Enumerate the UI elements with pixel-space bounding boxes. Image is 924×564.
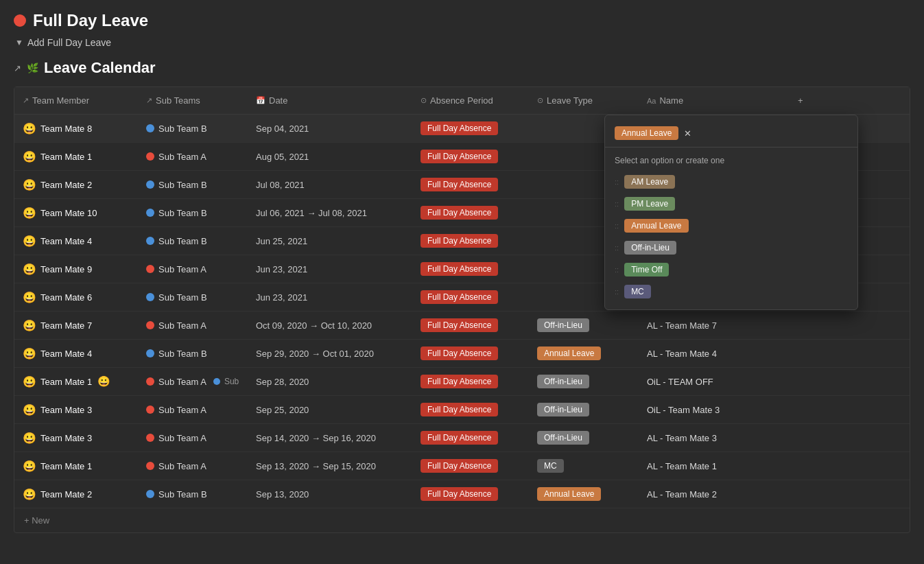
leave-type-badge: Off-in-Lieu bbox=[537, 431, 589, 445]
avatar: 😀 bbox=[23, 488, 36, 501]
absence-badge: Full Day Absence bbox=[420, 459, 498, 473]
td-plus[interactable] bbox=[790, 431, 817, 445]
date-text: Sep 13, 2020 → Sep 15, 2020 bbox=[256, 461, 376, 471]
td-team-member: 😀Team Mate 10 bbox=[14, 200, 138, 226]
avatar: 😀 bbox=[23, 375, 36, 388]
td-sub-team: Sub Team B bbox=[138, 117, 248, 141]
drag-icon: :: bbox=[615, 287, 619, 296]
am-leave-badge: AM Leave bbox=[624, 175, 675, 189]
table-body: 😀 Team Mate 8 Sub Team B Sep 04, 2021 Fu… bbox=[14, 115, 910, 532]
td-absence: Full Day Absence bbox=[412, 255, 529, 283]
calendar-emoji: 🌿 bbox=[27, 62, 38, 73]
td-plus[interactable] bbox=[790, 487, 817, 501]
td-leave-type[interactable]: MC bbox=[529, 452, 639, 480]
td-absence: Full Day Absence bbox=[412, 283, 529, 311]
dropdown-option-annual-leave[interactable]: :: Annual Leave bbox=[605, 215, 857, 237]
td-team-member: 😀Team Mate 1 bbox=[14, 453, 138, 480]
td-leave-type[interactable]: Off-in-Lieu bbox=[529, 424, 639, 451]
leave-type-badge: Annual Leave bbox=[537, 487, 601, 501]
absence-badge: Full Day Absence bbox=[420, 150, 498, 163]
td-absence: Full Day Absence bbox=[412, 368, 529, 395]
td-team-member: 😀Team Mate 4 bbox=[14, 340, 138, 367]
off-in-lieu-badge: Off-in-Lieu bbox=[624, 241, 676, 255]
table-row: 😀Team Mate 2 Sub Team B Sep 13, 2020 Ful… bbox=[14, 480, 910, 508]
team-name: Team Mate 2 bbox=[40, 489, 92, 500]
subteam-name: Sub Team B bbox=[158, 180, 207, 190]
th-circle-icon-2: ⊙ bbox=[537, 96, 543, 105]
avatar: 😀 bbox=[23, 122, 36, 135]
close-dropdown-button[interactable]: ✕ bbox=[684, 128, 691, 139]
date-text: Sep 04, 2021 bbox=[256, 124, 309, 134]
table-wrapper: ↗ Team Member ↗ Sub Teams 📅 Date ⊙ Absen… bbox=[14, 86, 910, 533]
th-plus-icon[interactable]: + bbox=[798, 95, 803, 106]
leave-type-dropdown[interactable]: Annual Leave ✕ Select an option or creat… bbox=[604, 115, 858, 310]
date-text: Jul 08, 2021 bbox=[256, 180, 305, 190]
td-sub-team: Sub Team A Sub bbox=[138, 370, 248, 394]
dropdown-option-am-leave[interactable]: :: AM Leave bbox=[605, 171, 857, 193]
td-leave-type[interactable]: Off-in-Lieu bbox=[529, 396, 639, 423]
leave-type-badge: Annual Leave bbox=[537, 346, 601, 360]
td-leave-type[interactable]: Off-in-Lieu bbox=[529, 368, 639, 395]
td-absence: Full Day Absence bbox=[412, 171, 529, 198]
calendar-title: Leave Calendar bbox=[44, 59, 156, 77]
td-team-member: 😀Team Mate 4 bbox=[14, 228, 138, 255]
th-add[interactable]: + bbox=[790, 93, 817, 108]
th-date-label: Date bbox=[269, 95, 287, 106]
table-header: ↗ Team Member ↗ Sub Teams 📅 Date ⊙ Absen… bbox=[14, 87, 910, 115]
td-sub-team: Sub Team A bbox=[138, 257, 248, 281]
th-team-member-label: Team Member bbox=[32, 95, 89, 106]
subteam-name: Sub Team B bbox=[158, 124, 207, 134]
th-calendar-icon: 📅 bbox=[256, 96, 265, 105]
td-plus[interactable] bbox=[790, 459, 817, 473]
app-container: Full Day Leave ▼ Add Full Day Leave ↗ 🌿 … bbox=[0, 0, 924, 544]
td-leave-type[interactable]: Annual Leave bbox=[529, 480, 639, 508]
td-absence: Full Day Absence bbox=[412, 199, 529, 226]
td-team-member: 😀 Team Mate 8 bbox=[14, 115, 138, 142]
th-leave-type-label: Leave Type bbox=[547, 95, 593, 106]
team-name: Team Mate 2 bbox=[40, 180, 92, 190]
td-date: Oct 09, 2020 → Oct 10, 2020 bbox=[248, 314, 412, 338]
td-team-member: 😀Team Mate 2 bbox=[14, 481, 138, 508]
dot-blue-icon bbox=[146, 237, 154, 245]
dot-red-icon bbox=[146, 152, 154, 161]
subteam-name-extra: Sub bbox=[224, 377, 239, 386]
absence-badge: Full Day Absence bbox=[420, 178, 498, 191]
th-leave-type: ⊙ Leave Type bbox=[529, 93, 639, 108]
dropdown-option-off-in-lieu[interactable]: :: Off-in-Lieu bbox=[605, 237, 857, 259]
td-plus[interactable] bbox=[790, 403, 817, 416]
td-sub-team: Sub Team B bbox=[138, 173, 248, 197]
add-leave-row[interactable]: ▼ Add Full Day Leave bbox=[14, 37, 910, 48]
td-leave-type[interactable]: Annual Leave bbox=[529, 340, 639, 367]
td-date: Sep 04, 2021 bbox=[248, 117, 412, 141]
team-name: Team Mate 1 bbox=[40, 377, 92, 387]
dropdown-option-time-off[interactable]: :: Time Off bbox=[605, 259, 857, 281]
absence-badge: Full Day Absence bbox=[420, 431, 498, 445]
td-absence: Full Day Absence bbox=[412, 143, 529, 170]
td-plus[interactable] bbox=[790, 375, 817, 388]
subteam-name: Sub Team B bbox=[158, 236, 207, 246]
dropdown-option-pm-leave[interactable]: :: PM Leave bbox=[605, 193, 857, 215]
external-link-icon[interactable]: ↗ bbox=[14, 63, 21, 73]
name-value: AL - Team Mate 4 bbox=[647, 349, 717, 359]
dropdown-option-mc[interactable]: :: MC bbox=[605, 281, 857, 303]
td-plus[interactable] bbox=[790, 346, 817, 360]
team-name: Team Mate 4 bbox=[40, 349, 92, 359]
dot-blue-icon bbox=[146, 293, 154, 301]
annual-leave-badge: Annual Leave bbox=[624, 219, 688, 233]
drag-icon: :: bbox=[615, 222, 619, 230]
td-plus[interactable] bbox=[790, 318, 817, 332]
date-text: Oct 09, 2020 → Oct 10, 2020 bbox=[256, 320, 372, 331]
subteam-name: Sub Team A bbox=[158, 405, 206, 415]
td-name: OiL - TEAM OFF bbox=[639, 370, 790, 394]
td-name: AL - Team Mate 4 bbox=[639, 342, 790, 366]
td-leave-type[interactable]: Off-in-Lieu bbox=[529, 312, 639, 339]
absence-badge: Full Day Absence bbox=[420, 206, 498, 220]
dot-blue-icon bbox=[146, 349, 154, 357]
add-new-row[interactable]: + New bbox=[14, 508, 910, 532]
td-absence: Full Day Absence bbox=[412, 396, 529, 423]
td-sub-team: Sub Team A bbox=[138, 426, 248, 450]
time-off-badge: Time Off bbox=[624, 263, 669, 277]
dot-red-icon bbox=[146, 434, 154, 442]
absence-badge: Full Day Absence bbox=[420, 318, 498, 332]
dot-blue-icon bbox=[146, 209, 154, 217]
